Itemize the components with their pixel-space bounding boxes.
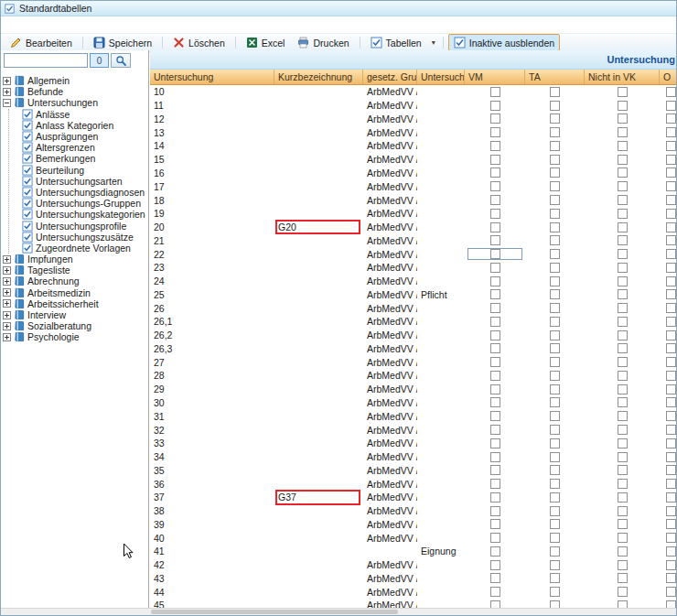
dropdown-arrow-icon[interactable]: ▾ bbox=[429, 38, 438, 47]
vm-checkbox[interactable] bbox=[490, 87, 500, 97]
vm-checkbox[interactable] bbox=[490, 506, 500, 516]
vm-checkbox[interactable] bbox=[490, 587, 500, 597]
tree-item-altersgrenzen[interactable]: Altersgrenzen bbox=[3, 142, 148, 153]
tree-item-zugeordnete-vorlagen[interactable]: Zugeordnete Vorlagen bbox=[3, 243, 148, 254]
nvk-checkbox[interactable] bbox=[618, 452, 628, 462]
search-button[interactable] bbox=[111, 53, 131, 68]
table-row[interactable]: 26,2ArbMedVV / bbox=[150, 329, 676, 342]
nvk-checkbox[interactable] bbox=[618, 519, 628, 529]
ta-checkbox[interactable] bbox=[550, 560, 560, 570]
nvk-checkbox[interactable] bbox=[618, 195, 628, 205]
nvk-checkbox[interactable] bbox=[618, 438, 628, 448]
o-checkbox[interactable] bbox=[666, 330, 676, 340]
nvk-checkbox[interactable] bbox=[618, 181, 628, 191]
search-input[interactable] bbox=[4, 53, 88, 68]
vm-checkbox[interactable] bbox=[490, 222, 500, 232]
vm-checkbox[interactable] bbox=[490, 181, 500, 191]
o-checkbox[interactable] bbox=[666, 209, 676, 219]
scrollbar-thumb[interactable] bbox=[151, 610, 398, 614]
o-checkbox[interactable] bbox=[666, 141, 676, 151]
nvk-checkbox[interactable] bbox=[618, 384, 628, 394]
nvk-checkbox[interactable] bbox=[618, 168, 628, 178]
ta-checkbox[interactable] bbox=[550, 371, 560, 381]
column-header-gesetz[interactable]: gesetz. Gru bbox=[363, 70, 417, 84]
table-row[interactable]: 30ArbMedVV / bbox=[150, 396, 676, 410]
table-row[interactable]: 28ArbMedVV / bbox=[150, 369, 676, 383]
o-checkbox[interactable] bbox=[666, 560, 676, 570]
vm-checkbox[interactable] bbox=[490, 101, 500, 111]
nvk-checkbox[interactable] bbox=[618, 141, 628, 151]
table-row[interactable]: 41Eignung bbox=[150, 545, 676, 558]
column-header-art[interactable]: Untersuchu bbox=[417, 70, 465, 84]
nvk-checkbox[interactable] bbox=[618, 317, 628, 327]
nvk-checkbox[interactable] bbox=[618, 465, 628, 475]
o-checkbox[interactable] bbox=[666, 101, 676, 111]
o-checkbox[interactable] bbox=[666, 452, 676, 462]
column-header-nvk[interactable]: Nicht in VK bbox=[585, 70, 660, 84]
vm-checkbox[interactable] bbox=[490, 438, 500, 448]
tree-item-befunde[interactable]: Befunde bbox=[3, 86, 148, 97]
ta-checkbox[interactable] bbox=[550, 492, 560, 503]
table-row[interactable]: 21ArbMedVV / bbox=[150, 233, 676, 247]
print-button[interactable]: Drucken bbox=[292, 34, 354, 51]
o-checkbox[interactable] bbox=[666, 222, 676, 232]
vm-checkbox[interactable] bbox=[490, 465, 500, 475]
tree-item-anl-sse[interactable]: Anlässe bbox=[3, 109, 148, 120]
nvk-checkbox[interactable] bbox=[618, 357, 628, 367]
nvk-checkbox[interactable] bbox=[618, 113, 628, 124]
o-checkbox[interactable] bbox=[666, 546, 676, 557]
o-checkbox[interactable] bbox=[666, 195, 676, 205]
vm-checkbox[interactable] bbox=[490, 560, 500, 570]
tree-item-impfungen[interactable]: Impfungen bbox=[3, 254, 148, 265]
o-checkbox[interactable] bbox=[666, 263, 676, 273]
ta-checkbox[interactable] bbox=[550, 127, 560, 137]
expand-icon[interactable] bbox=[3, 77, 11, 85]
table-row[interactable]: 22ArbMedVV / bbox=[150, 247, 676, 261]
ta-checkbox[interactable] bbox=[550, 249, 560, 259]
column-header-nr[interactable]: Untersuchung bbox=[150, 70, 274, 84]
vm-checkbox[interactable] bbox=[490, 276, 500, 286]
table-row[interactable]: 44ArbMedVV / bbox=[150, 585, 676, 599]
vm-checkbox[interactable] bbox=[490, 113, 500, 124]
table-row[interactable]: 12ArbMedVV / bbox=[150, 113, 676, 126]
tree-item-bemerkungen[interactable]: Bemerkungen bbox=[3, 153, 148, 164]
ta-checkbox[interactable] bbox=[550, 533, 560, 543]
expand-icon[interactable] bbox=[3, 299, 11, 308]
ta-checkbox[interactable] bbox=[550, 155, 560, 165]
nvk-checkbox[interactable] bbox=[618, 506, 628, 516]
ta-checkbox[interactable] bbox=[550, 303, 560, 313]
table-row[interactable]: 37G37ArbMedVV / bbox=[150, 491, 676, 504]
table-row[interactable]: 24ArbMedVV / bbox=[150, 275, 676, 288]
o-checkbox[interactable] bbox=[666, 357, 676, 367]
tree-item-psychologie[interactable]: Psychologie bbox=[3, 331, 148, 342]
table-row[interactable]: 19ArbMedVV / bbox=[150, 207, 676, 221]
tree-item-anlass-kategorien[interactable]: Anlass Kategorien bbox=[3, 120, 148, 131]
o-checkbox[interactable] bbox=[666, 479, 676, 489]
expand-icon[interactable] bbox=[3, 277, 11, 286]
checkbox-editor[interactable] bbox=[467, 248, 522, 260]
table-row[interactable]: 25ArbMedVV /Pflicht bbox=[150, 287, 676, 301]
o-checkbox[interactable] bbox=[666, 168, 676, 178]
table-row[interactable]: 29ArbMedVV / bbox=[150, 383, 676, 396]
ta-checkbox[interactable] bbox=[550, 587, 560, 597]
tree-item-untersuchungsprofile[interactable]: Untersuchungsprofile bbox=[3, 220, 148, 231]
vm-checkbox[interactable] bbox=[490, 317, 500, 327]
edit-button[interactable]: Bearbeiten bbox=[5, 34, 78, 51]
tree-item-beurteilung[interactable]: Beurteilung bbox=[3, 165, 148, 176]
ta-checkbox[interactable] bbox=[550, 181, 560, 191]
o-checkbox[interactable] bbox=[666, 155, 676, 165]
ta-checkbox[interactable] bbox=[550, 101, 560, 111]
o-checkbox[interactable] bbox=[666, 303, 676, 313]
vm-checkbox[interactable] bbox=[490, 479, 500, 489]
expand-icon[interactable] bbox=[3, 311, 11, 319]
table-row[interactable]: 32ArbMedVV / bbox=[150, 423, 676, 437]
nvk-checkbox[interactable] bbox=[618, 330, 628, 340]
ta-checkbox[interactable] bbox=[550, 113, 560, 124]
ta-checkbox[interactable] bbox=[550, 452, 560, 462]
table-row[interactable]: 36ArbMedVV / bbox=[150, 477, 676, 491]
nvk-checkbox[interactable] bbox=[618, 587, 628, 597]
table-row[interactable]: 18ArbMedVV / bbox=[150, 193, 676, 207]
ta-checkbox[interactable] bbox=[550, 519, 560, 529]
ta-checkbox[interactable] bbox=[550, 235, 560, 245]
o-checkbox[interactable] bbox=[666, 533, 676, 543]
